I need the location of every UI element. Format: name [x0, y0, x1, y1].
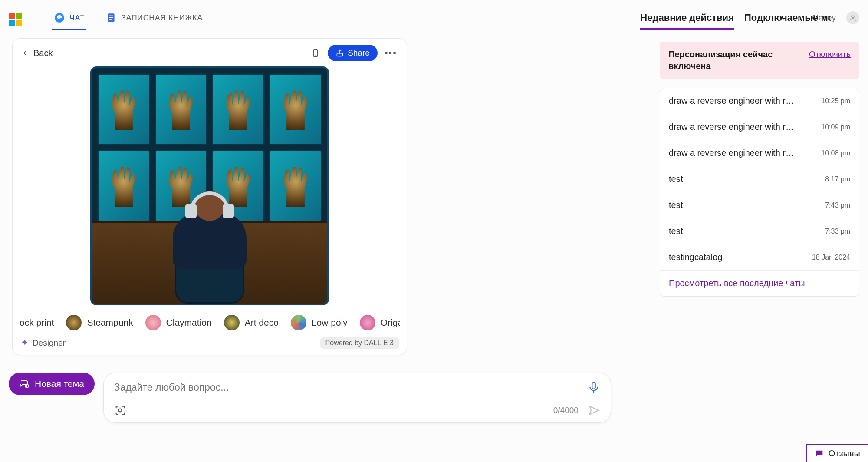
share-button[interactable]: Share [328, 45, 378, 61]
microsoft-logo [9, 13, 22, 26]
svg-rect-2 [109, 16, 113, 16]
powered-by-badge: Powered by DALL·E 3 [320, 337, 399, 349]
chat-icon [54, 12, 65, 23]
style-chip-blockprint-partial[interactable]: ock print [20, 317, 54, 328]
style-chip-steampunk[interactable]: Steampunk [66, 315, 133, 330]
prompt-input[interactable] [114, 382, 581, 393]
recent-item[interactable]: test7:33 pm [660, 218, 859, 244]
svg-rect-4 [109, 19, 112, 20]
svg-rect-3 [109, 17, 113, 18]
new-topic-label: Новая тема [35, 379, 84, 389]
recent-item[interactable]: test8:17 pm [660, 166, 859, 192]
send-button[interactable] [588, 404, 600, 416]
personalization-text: Персонализация сейчас включена [668, 49, 800, 72]
style-chip-lowpoly[interactable]: Low poly [291, 315, 348, 330]
tab-notebook[interactable]: ЗАПИСНАЯ КНИЖКА [104, 6, 204, 30]
share-label: Share [348, 48, 370, 58]
recent-chats-list: draw a reverse engineer with robot meta1… [660, 88, 859, 297]
svg-point-5 [852, 15, 855, 18]
style-chip-origami[interactable]: Origami [360, 315, 400, 330]
notebook-icon [105, 12, 117, 23]
nav-recent-activity[interactable]: Недавние действия [640, 9, 734, 27]
recent-item[interactable]: test7:43 pm [660, 192, 859, 218]
personalization-disable-link[interactable]: Отключить [809, 50, 851, 59]
recent-item[interactable]: draw a reverse engineer with robot meta1… [660, 114, 859, 140]
feedback-label: Отзывы [829, 449, 860, 459]
personalization-banner: Персонализация сейчас включена Отключить [660, 42, 859, 79]
avatar[interactable] [846, 11, 859, 24]
composer: 0/4000 [103, 373, 611, 423]
view-all-chats-link[interactable]: Просмотреть все последние чаты [660, 271, 859, 296]
image-result-card: Back Share ••• [12, 38, 407, 355]
recent-item[interactable]: draw a reverse engineer with robot meta1… [660, 140, 859, 166]
phone-preview-button[interactable] [308, 45, 323, 61]
more-button[interactable]: ••• [382, 47, 400, 59]
new-topic-button[interactable]: Новая тема [9, 373, 95, 395]
char-counter: 0/4000 [553, 406, 579, 415]
style-chip-claymation[interactable]: Claymation [145, 315, 212, 330]
svg-rect-10 [592, 383, 595, 389]
image-search-button[interactable] [114, 404, 126, 416]
recent-item[interactable]: testingcatalog18 Jan 2024 [660, 244, 859, 271]
back-button[interactable]: Back [20, 46, 54, 61]
recent-item[interactable]: draw a reverse engineer with robot meta1… [660, 88, 859, 114]
feedback-button[interactable]: Отзывы [806, 444, 868, 462]
tab-notebook-label: ЗАПИСНАЯ КНИЖКА [121, 13, 203, 23]
tab-chat[interactable]: ЧАТ [52, 6, 86, 30]
generated-image[interactable] [90, 66, 329, 305]
style-chip-artdeco[interactable]: Art deco [224, 315, 279, 330]
designer-badge: Designer [20, 338, 66, 348]
nav-plugins[interactable]: Подключаемые мо [744, 9, 831, 27]
tab-chat-label: ЧАТ [69, 13, 85, 23]
style-chips-row: ock print Steampunk Claymation Art deco … [20, 305, 400, 335]
svg-point-12 [118, 409, 122, 412]
mic-button[interactable] [587, 381, 600, 394]
back-label: Back [33, 48, 53, 58]
